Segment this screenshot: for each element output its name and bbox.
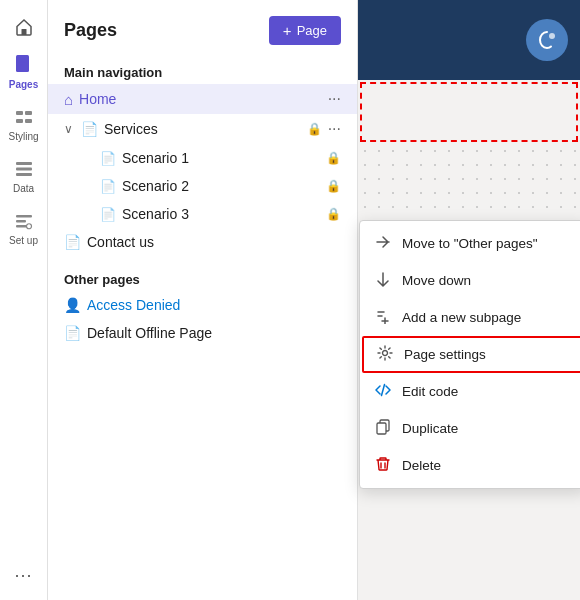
svg-rect-2 — [19, 58, 26, 60]
nav-item-scenario1[interactable]: 📄 Scenario 1 🔒 — [48, 144, 357, 172]
nav-item-scenario3[interactable]: 📄 Scenario 3 🔒 — [48, 200, 357, 228]
scenario3-lock-icon: 🔒 — [326, 207, 341, 221]
svg-rect-12 — [16, 215, 32, 218]
svg-rect-7 — [16, 119, 23, 123]
sidebar-more-button[interactable]: ··· — [14, 565, 32, 600]
add-icon: + — [283, 22, 292, 39]
svg-rect-5 — [16, 111, 23, 115]
context-menu: Move to "Other pages" Move down Add a ne… — [359, 220, 580, 489]
svg-rect-18 — [377, 423, 386, 434]
access-denied-label: Access Denied — [87, 297, 341, 313]
duplicate-label: Duplicate — [402, 421, 458, 436]
nav-item-services[interactable]: ∨ 📄 Services 🔒 ··· — [48, 114, 357, 144]
menu-item-edit-code[interactable]: Edit code — [360, 373, 580, 410]
sidebar-item-data[interactable]: Data — [0, 150, 47, 202]
home-more-button[interactable]: ··· — [328, 90, 341, 108]
sidebar-item-setup[interactable]: Set up — [0, 202, 47, 254]
add-page-button[interactable]: + Page — [269, 16, 341, 45]
sidebar-label-pages: Pages — [9, 79, 38, 90]
svg-rect-10 — [16, 168, 32, 171]
page-settings-icon — [376, 345, 394, 364]
sidebar-item-home[interactable] — [0, 8, 47, 46]
sidebar-label-data: Data — [13, 183, 34, 194]
svg-point-16 — [383, 351, 388, 356]
move-to-other-icon — [374, 234, 392, 253]
menu-item-duplicate[interactable]: Duplicate — [360, 410, 580, 447]
data-icon — [13, 158, 35, 180]
scenario2-lock-icon: 🔒 — [326, 179, 341, 193]
edit-code-icon — [374, 382, 392, 401]
delete-label: Delete — [402, 458, 441, 473]
contact-page-icon: 📄 — [64, 234, 81, 250]
home-page-icon: ⌂ — [64, 91, 73, 108]
offline-label: Default Offline Page — [87, 325, 341, 341]
offline-icon: 📄 — [64, 325, 81, 341]
menu-item-delete[interactable]: Delete — [360, 447, 580, 484]
scenario1-label: Scenario 1 — [122, 150, 318, 166]
pages-header: Pages + Page — [48, 0, 357, 57]
svg-rect-11 — [16, 173, 32, 176]
add-subpage-icon — [374, 308, 392, 327]
svg-rect-0 — [21, 29, 26, 35]
scenario1-icon: 📄 — [100, 151, 116, 166]
setup-icon — [13, 210, 35, 232]
pages-title: Pages — [64, 20, 117, 41]
services-lock-icon: 🔒 — [307, 122, 322, 136]
nav-item-offline[interactable]: 📄 Default Offline Page — [48, 319, 357, 347]
styling-icon — [13, 106, 35, 128]
scenario1-lock-icon: 🔒 — [326, 151, 341, 165]
nav-item-scenario2[interactable]: 📄 Scenario 2 🔒 — [48, 172, 357, 200]
page-settings-label: Page settings — [404, 347, 486, 362]
svg-rect-9 — [16, 162, 32, 165]
nav-item-access-denied[interactable]: 👤 Access Denied — [48, 291, 357, 319]
nav-item-contact[interactable]: 📄 Contact us — [48, 228, 357, 256]
services-page-icon: 📄 — [81, 121, 98, 137]
delete-icon — [374, 456, 392, 475]
svg-rect-4 — [19, 64, 24, 66]
home-label: Home — [79, 91, 322, 107]
expand-arrow-icon: ∨ — [64, 122, 73, 136]
access-denied-icon: 👤 — [64, 297, 81, 313]
preview-circle-icon — [526, 19, 568, 61]
scenario2-label: Scenario 2 — [122, 178, 318, 194]
scenario3-label: Scenario 3 — [122, 206, 318, 222]
other-pages-label: Other pages — [48, 264, 357, 291]
pages-panel: Pages + Page Main navigation ⌂ Home ··· … — [48, 0, 358, 600]
scenario3-icon: 📄 — [100, 207, 116, 222]
scenario2-icon: 📄 — [100, 179, 116, 194]
pages-icon — [13, 54, 35, 76]
sidebar-label-styling: Styling — [8, 131, 38, 142]
add-page-label: Page — [297, 23, 327, 38]
main-navigation-label: Main navigation — [48, 57, 357, 84]
svg-rect-1 — [16, 55, 29, 72]
svg-point-15 — [26, 224, 31, 229]
menu-item-move-to-other[interactable]: Move to "Other pages" — [360, 225, 580, 262]
services-more-button[interactable]: ··· — [328, 120, 341, 138]
svg-point-19 — [549, 33, 555, 39]
sidebar-label-setup: Set up — [9, 235, 38, 246]
svg-rect-3 — [19, 61, 26, 63]
edit-code-label: Edit code — [402, 384, 458, 399]
add-subpage-label: Add a new subpage — [402, 310, 521, 325]
preview-header — [358, 0, 580, 80]
menu-item-page-settings[interactable]: Page settings — [362, 336, 580, 373]
contact-label: Contact us — [87, 234, 341, 250]
move-to-other-label: Move to "Other pages" — [402, 236, 538, 251]
move-down-label: Move down — [402, 273, 471, 288]
services-label: Services — [104, 121, 299, 137]
home-icon — [13, 16, 35, 38]
svg-rect-13 — [16, 220, 26, 223]
menu-item-move-down[interactable]: Move down — [360, 262, 580, 299]
duplicate-icon — [374, 419, 392, 438]
svg-rect-8 — [25, 119, 32, 123]
menu-item-add-subpage[interactable]: Add a new subpage — [360, 299, 580, 336]
icon-sidebar: Pages Styling Data — [0, 0, 48, 600]
nav-item-home[interactable]: ⌂ Home ··· — [48, 84, 357, 114]
preview-content-area — [360, 82, 578, 142]
move-down-icon — [374, 271, 392, 290]
svg-rect-6 — [25, 111, 32, 115]
sidebar-item-pages[interactable]: Pages — [0, 46, 47, 98]
sidebar-item-styling[interactable]: Styling — [0, 98, 47, 150]
